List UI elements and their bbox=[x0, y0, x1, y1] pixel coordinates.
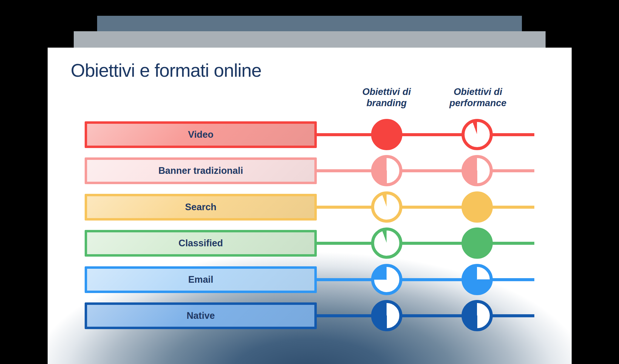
connector-line bbox=[316, 242, 534, 245]
format-label: Search bbox=[185, 202, 216, 213]
harvey-ball-branding bbox=[371, 119, 402, 150]
harvey-ball-branding bbox=[371, 191, 402, 223]
format-bar: Email bbox=[85, 266, 317, 293]
format-bar: Classified bbox=[85, 230, 317, 257]
format-bar: Video bbox=[85, 121, 317, 148]
harvey-ball-performance bbox=[462, 300, 493, 331]
harvey-ball-performance bbox=[462, 264, 493, 295]
connector-line bbox=[316, 133, 534, 136]
format-row: Classified bbox=[48, 230, 572, 257]
harvey-ball-performance bbox=[462, 119, 493, 150]
column-header-performance: Obiettivi di performance bbox=[434, 86, 522, 109]
format-label: Classified bbox=[178, 238, 223, 249]
harvey-ball-performance bbox=[462, 228, 493, 259]
format-bar: Search bbox=[85, 194, 317, 221]
top-accent-bar-gray bbox=[74, 31, 546, 48]
column-header-branding: Obiettivi di branding bbox=[343, 86, 431, 109]
format-label: Video bbox=[188, 129, 214, 140]
format-row: Search bbox=[48, 194, 572, 221]
connector-line bbox=[316, 278, 534, 281]
format-row: Email bbox=[48, 266, 572, 293]
harvey-ball-performance bbox=[462, 191, 493, 223]
format-label: Native bbox=[187, 310, 215, 321]
slide-title: Obiettivi e formati online bbox=[71, 60, 261, 81]
connector-line bbox=[316, 314, 534, 317]
format-label: Email bbox=[188, 274, 213, 285]
harvey-ball-branding bbox=[371, 300, 402, 331]
top-accent-bar-dark bbox=[97, 16, 522, 32]
harvey-ball-branding bbox=[371, 155, 402, 186]
format-label: Banner tradizionali bbox=[158, 165, 243, 176]
format-bar: Banner tradizionali bbox=[85, 157, 317, 184]
harvey-ball-performance bbox=[462, 155, 493, 186]
slide-canvas: Obiettivi e formati online Obiettivi di … bbox=[48, 48, 572, 364]
format-row: Native bbox=[48, 302, 572, 329]
connector-line bbox=[316, 169, 534, 172]
connector-line bbox=[316, 206, 534, 209]
format-row: Video bbox=[48, 121, 572, 148]
harvey-ball-branding bbox=[371, 228, 402, 259]
harvey-ball-branding bbox=[371, 264, 402, 295]
format-bar: Native bbox=[85, 302, 317, 329]
screenshot-root: { "window": { "background_color": "#0000… bbox=[0, 0, 619, 364]
format-row: Banner tradizionali bbox=[48, 157, 572, 184]
